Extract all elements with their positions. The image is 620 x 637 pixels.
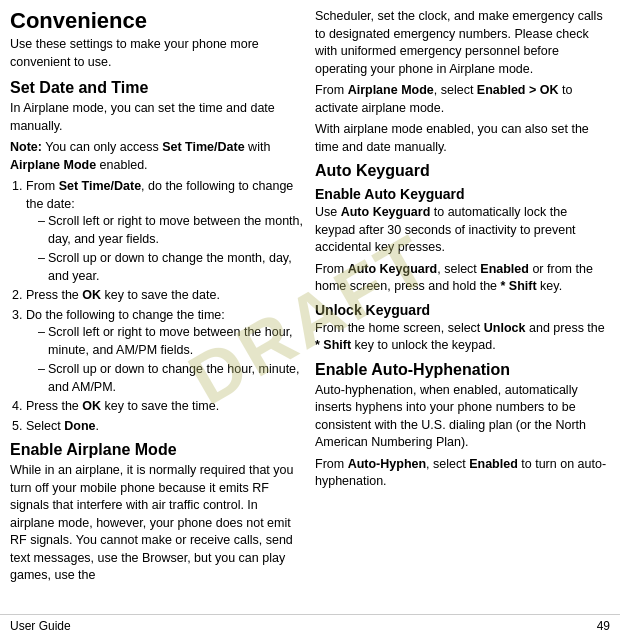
unlock-keyguard-heading: Unlock Keyguard — [315, 302, 610, 318]
page-intro: Use these settings to make your phone mo… — [10, 36, 305, 71]
step-1-bullets: Scroll left or right to move between the… — [26, 213, 305, 285]
set-date-time-note: Note: You can only access Set Time/Date … — [10, 139, 305, 174]
step-3-bullets: Scroll left or right to move between the… — [26, 324, 305, 396]
unlock-keyguard-body: From the home screen, select Unlock and … — [315, 320, 610, 355]
step-1-bullet-2: Scroll up or down to change the month, d… — [38, 250, 305, 285]
auto-keyguard-heading: Auto Keyguard — [315, 162, 610, 180]
auto-hyphenation-step: From Auto-Hyphen, select Enabled to turn… — [315, 456, 610, 491]
auto-hyphenation-heading: Enable Auto-Hyphenation — [315, 361, 610, 379]
page-title: Convenience — [10, 8, 305, 34]
enable-auto-keyguard-body: Use Auto Keyguard to automatically lock … — [315, 204, 610, 257]
enable-auto-keyguard-heading: Enable Auto Keyguard — [315, 186, 610, 202]
auto-hyphenation-section: Enable Auto-Hyphenation Auto-hyphenation… — [315, 361, 610, 491]
footer-label: User Guide — [10, 619, 71, 633]
page-container: DRAFT Convenience Use these settings to … — [0, 0, 620, 637]
page-title-section: Convenience Use these settings to make y… — [10, 8, 305, 71]
auto-keyguard-section: Auto Keyguard Enable Auto Keyguard Use A… — [315, 162, 610, 355]
airplane-mode-cont: Scheduler, set the clock, and make emerg… — [315, 8, 610, 78]
footer-page-number: 49 — [597, 619, 610, 633]
enable-auto-keyguard-section: Enable Auto Keyguard Use Auto Keyguard t… — [315, 186, 610, 296]
airplane-mode-step1: From Airplane Mode, select Enabled > OK … — [315, 82, 610, 117]
step-2: Press the OK key to save the date. — [26, 287, 305, 305]
step-1: From Set Time/Date, do the following to … — [26, 178, 305, 285]
right-column: Scheduler, set the clock, and make emerg… — [315, 8, 610, 610]
step-3-bullet-2: Scroll up or down to change the hour, mi… — [38, 361, 305, 396]
step-5: Select Done. — [26, 418, 305, 436]
auto-hyphenation-body: Auto-hyphenation, when enabled, automati… — [315, 382, 610, 452]
footer-bar: User Guide 49 — [0, 614, 620, 637]
set-date-time-section: Set Date and Time In Airplane mode, you … — [10, 79, 305, 435]
content-area: Convenience Use these settings to make y… — [0, 0, 620, 614]
airplane-mode-section: Enable Airplane Mode While in an airplan… — [10, 441, 305, 585]
airplane-mode-step2: With airplane mode enabled, you can also… — [315, 121, 610, 156]
step-4: Press the OK key to save the time. — [26, 398, 305, 416]
step-3-bullet-1: Scroll left or right to move between the… — [38, 324, 305, 359]
set-date-time-heading: Set Date and Time — [10, 79, 305, 97]
unlock-keyguard-section: Unlock Keyguard From the home screen, se… — [315, 302, 610, 355]
airplane-mode-heading: Enable Airplane Mode — [10, 441, 305, 459]
left-column: Convenience Use these settings to make y… — [10, 8, 305, 610]
airplane-mode-body: While in an airplane, it is normally req… — [10, 462, 305, 585]
step-1-bullet-1: Scroll left or right to move between the… — [38, 213, 305, 248]
set-date-time-steps: From Set Time/Date, do the following to … — [10, 178, 305, 435]
set-date-time-intro: In Airplane mode, you can set the time a… — [10, 100, 305, 135]
enable-auto-keyguard-step: From Auto Keyguard, select Enabled or fr… — [315, 261, 610, 296]
step-3: Do the following to change the time: Scr… — [26, 307, 305, 397]
